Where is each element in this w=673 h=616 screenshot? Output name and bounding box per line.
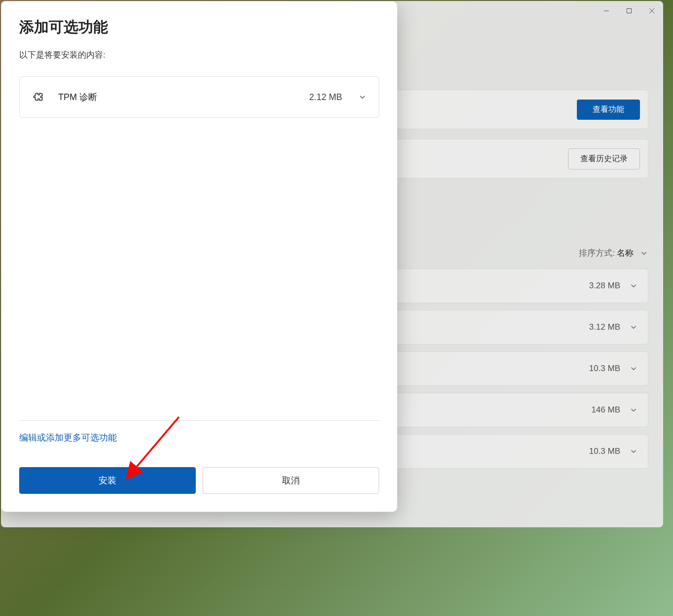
minimize-button[interactable]	[595, 1, 618, 21]
feature-size: 3.12 MB	[589, 322, 620, 332]
edit-add-more-link[interactable]: 编辑或添加更多可选功能	[19, 432, 117, 444]
feature-size: 10.3 MB	[589, 364, 620, 374]
sort-label: 排序方式:	[579, 247, 615, 259]
close-button[interactable]	[640, 1, 663, 21]
dialog-subtitle: 以下是将要安装的内容:	[19, 49, 379, 61]
maximize-button[interactable]	[618, 1, 640, 21]
chevron-down-icon[interactable]	[358, 93, 367, 102]
cancel-button[interactable]: 取消	[203, 467, 379, 494]
dialog-title: 添加可选功能	[19, 17, 379, 37]
feature-size: 2.12 MB	[309, 92, 342, 103]
divider	[19, 420, 379, 421]
feature-name: TPM 诊断	[58, 91, 309, 103]
feature-size: 146 MB	[591, 405, 620, 415]
install-button[interactable]: 安装	[19, 467, 196, 494]
feature-size: 3.28 MB	[589, 281, 620, 291]
feature-size: 10.3 MB	[589, 446, 620, 456]
add-optional-feature-dialog: 添加可选功能 以下是将要安装的内容: TPM 诊断 2.12 MB 编辑或添加更…	[1, 1, 397, 512]
view-features-button[interactable]: 查看功能	[577, 100, 640, 120]
puzzle-icon	[32, 91, 44, 103]
feature-item-tpm[interactable]: TPM 诊断 2.12 MB	[20, 77, 379, 117]
sort-value: 名称	[617, 247, 634, 259]
svg-rect-1	[627, 9, 632, 13]
view-history-button[interactable]: 查看历史记录	[568, 148, 640, 170]
feature-to-install-list: TPM 诊断 2.12 MB	[19, 76, 379, 118]
